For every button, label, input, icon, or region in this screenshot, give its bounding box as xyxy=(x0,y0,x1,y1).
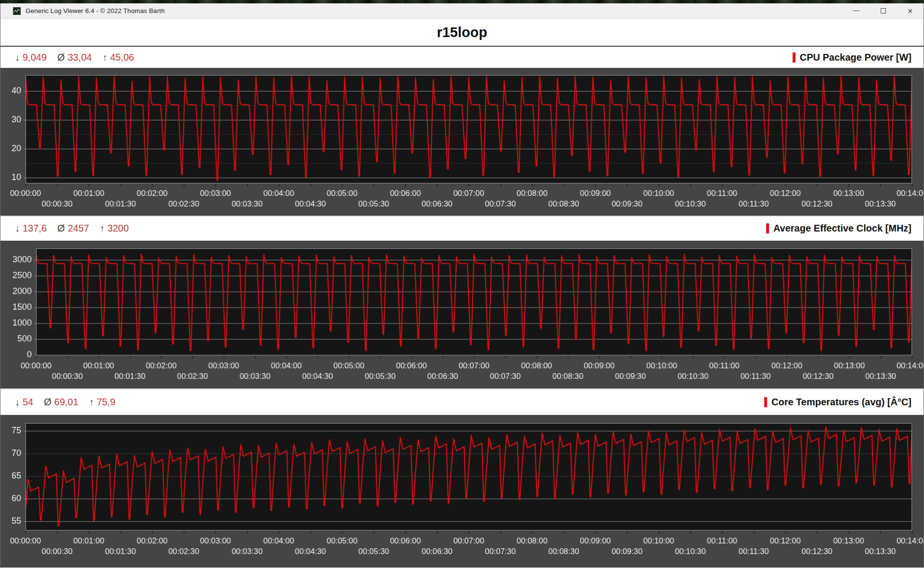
min-value: 9,049 xyxy=(23,52,47,63)
window-controls: — ✕ xyxy=(843,3,924,18)
legend-cpu-power: CPU Package Power [W] xyxy=(793,52,911,63)
effective-clock-chart xyxy=(0,241,924,389)
app-window: Generic Log Viewer 6.4 - © 2022 Thomas B… xyxy=(0,3,924,568)
max-value: 45,06 xyxy=(110,52,134,63)
minimize-icon: — xyxy=(853,7,860,13)
stat-avg: Ø 2457 xyxy=(57,223,89,234)
close-button[interactable]: ✕ xyxy=(897,3,924,18)
stats-strip-cpu-power: ↓ 9,049 Ø 33,04 ↑ 45,06 CPU Package Powe… xyxy=(0,47,924,68)
legend-effective-clock: Average Effective Clock [MHz] xyxy=(766,223,911,234)
log-header: r15loop xyxy=(0,19,924,47)
min-arrow-icon: ↓ xyxy=(15,397,20,408)
core-temps-chart xyxy=(0,415,924,568)
avg-icon: Ø xyxy=(44,397,51,408)
stats-strip-core-temps: ↓ 54 Ø 69,01 ↑ 75,9 Core Temperatures (a… xyxy=(0,388,924,415)
stat-max: ↑ 3200 xyxy=(100,223,129,234)
window-title: Generic Log Viewer 6.4 - © 2022 Thomas B… xyxy=(26,7,165,14)
series-color-swatch xyxy=(793,52,796,63)
min-value: 137,6 xyxy=(23,223,47,234)
avg-value: 33,04 xyxy=(68,52,92,63)
page-title: r15loop xyxy=(437,25,488,40)
stat-min: ↓ 137,6 xyxy=(15,223,47,234)
desktop-background-strip xyxy=(0,0,924,3)
minimize-button[interactable]: — xyxy=(843,3,870,18)
legend-core-temps: Core Temperatures (avg) [Â°C] xyxy=(764,397,911,408)
max-value: 75,9 xyxy=(97,397,116,408)
maximize-icon xyxy=(881,8,886,13)
stat-avg: Ø 33,04 xyxy=(57,52,92,63)
max-value: 3200 xyxy=(107,223,129,234)
stat-min: ↓ 9,049 xyxy=(15,52,47,63)
maximize-button[interactable] xyxy=(870,3,897,18)
max-arrow-icon: ↑ xyxy=(89,397,94,408)
series-color-swatch xyxy=(764,397,767,407)
max-arrow-icon: ↑ xyxy=(103,52,107,63)
app-icon xyxy=(13,7,21,15)
stat-max: ↑ 45,06 xyxy=(103,52,134,63)
stats-effective-clock: ↓ 137,6 Ø 2457 ↑ 3200 xyxy=(15,223,129,234)
avg-icon: Ø xyxy=(57,223,65,234)
cpu-power-chart xyxy=(0,68,924,216)
legend-label: Core Temperatures (avg) [Â°C] xyxy=(771,397,911,408)
min-value: 54 xyxy=(23,397,33,408)
close-icon: ✕ xyxy=(907,8,913,14)
min-arrow-icon: ↓ xyxy=(15,52,20,63)
avg-value: 2457 xyxy=(68,223,90,234)
legend-label: Average Effective Clock [MHz] xyxy=(773,223,911,234)
avg-icon: Ø xyxy=(57,52,65,63)
series-color-swatch xyxy=(766,223,769,233)
stat-avg: Ø 69,01 xyxy=(44,397,78,408)
legend-label: CPU Package Power [W] xyxy=(800,52,911,63)
min-arrow-icon: ↓ xyxy=(15,223,20,234)
stat-min: ↓ 54 xyxy=(15,397,33,408)
stats-cpu-power: ↓ 9,049 Ø 33,04 ↑ 45,06 xyxy=(15,52,134,63)
title-bar: Generic Log Viewer 6.4 - © 2022 Thomas B… xyxy=(0,3,924,19)
stat-max: ↑ 75,9 xyxy=(89,397,116,408)
stats-core-temps: ↓ 54 Ø 69,01 ↑ 75,9 xyxy=(15,397,116,408)
avg-value: 69,01 xyxy=(54,397,78,408)
max-arrow-icon: ↑ xyxy=(100,223,104,234)
stats-strip-effective-clock: ↓ 137,6 Ø 2457 ↑ 3200 Average Effective … xyxy=(0,216,924,241)
